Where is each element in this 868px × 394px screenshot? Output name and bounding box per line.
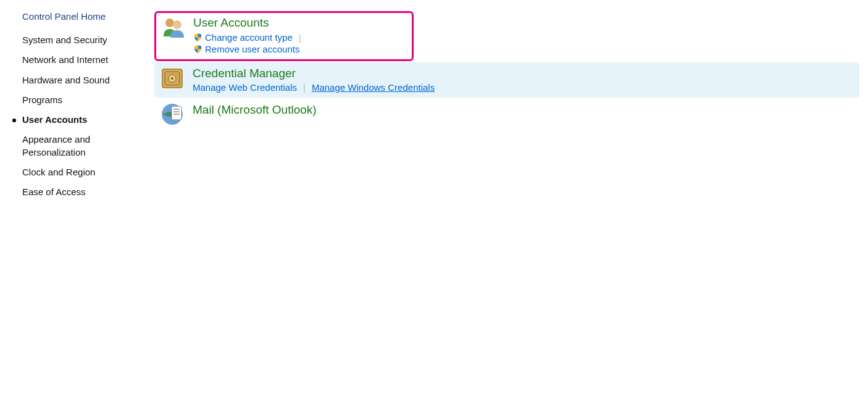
separator: | — [297, 82, 312, 93]
users-icon — [161, 15, 185, 39]
sidebar-item-user-accounts[interactable]: User Accounts — [22, 114, 148, 126]
separator: | — [293, 33, 307, 43]
control-panel-home-link[interactable]: Control Panel Home — [22, 11, 148, 22]
panel-content: Mail (Microsoft Outlook) — [193, 103, 853, 118]
panel-links: Change account type|Remove user accounts — [193, 32, 407, 56]
link-manage-windows-credentials[interactable]: Manage Windows Credentials — [312, 82, 435, 93]
panel-credential-manager: Credential ManagerManage Web Credentials… — [154, 62, 859, 98]
link-label: Remove user accounts — [205, 44, 299, 54]
panel-user-accounts: User AccountsChange account type|Remove … — [154, 11, 414, 61]
sidebar-item-network-and-internet[interactable]: Network and Internet — [22, 54, 148, 66]
panel-mail-outlook: Mail (Microsoft Outlook) — [154, 99, 859, 131]
link-label: Manage Web Credentials — [193, 82, 297, 93]
mail-icon — [161, 103, 184, 126]
credential-manager-title-link[interactable]: Credential Manager — [193, 66, 853, 82]
safe-icon — [161, 66, 184, 90]
sidebar: Control Panel Home System and SecurityNe… — [0, 11, 154, 206]
main-content: User AccountsChange account type|Remove … — [154, 11, 868, 206]
sidebar-item-system-and-security[interactable]: System and Security — [22, 34, 148, 46]
shield-icon — [193, 33, 202, 44]
sidebar-item-clock-and-region[interactable]: Clock and Region — [22, 166, 148, 178]
link-manage-web-credentials[interactable]: Manage Web Credentials — [193, 82, 297, 93]
shield-icon — [193, 44, 202, 56]
link-label: Change account type — [205, 32, 293, 43]
sidebar-item-appearance-and-personalization[interactable]: Appearance and Personalization — [22, 133, 148, 159]
mail-outlook-title-link[interactable]: Mail (Microsoft Outlook) — [193, 103, 853, 118]
panel-content: User AccountsChange account type|Remove … — [193, 15, 407, 56]
link-change-account-type[interactable]: Change account type — [193, 32, 293, 44]
sidebar-item-ease-of-access[interactable]: Ease of Access — [22, 186, 148, 198]
sidebar-item-programs[interactable]: Programs — [22, 94, 148, 106]
sidebar-nav-list: System and SecurityNetwork and InternetH… — [22, 34, 148, 198]
link-label: Manage Windows Credentials — [312, 82, 435, 93]
panel-links: Manage Web Credentials|Manage Windows Cr… — [193, 82, 853, 93]
link-remove-user-accounts[interactable]: Remove user accounts — [193, 44, 299, 56]
panel-content: Credential ManagerManage Web Credentials… — [193, 66, 853, 93]
user-accounts-title-link[interactable]: User Accounts — [193, 15, 407, 31]
sidebar-item-hardware-and-sound[interactable]: Hardware and Sound — [22, 74, 148, 86]
